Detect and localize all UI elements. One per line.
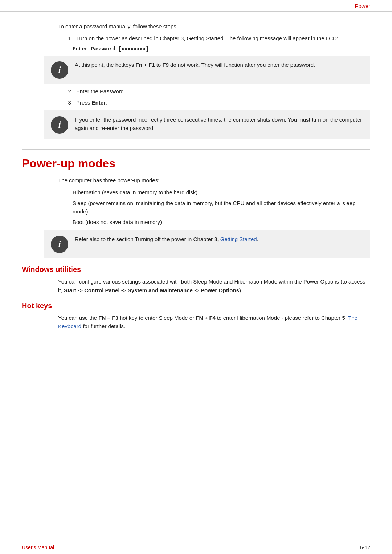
steps-2-3: 2. Enter the Password. 3. Press Enter. (65, 87, 370, 107)
subsection-heading-windows: Windows utilities (22, 265, 370, 274)
step-1-num: 1. (65, 34, 73, 43)
page-footer: User's Manual 6-12 (0, 541, 392, 554)
main-content: To enter a password manually, follow the… (0, 12, 392, 330)
note-box-3: i Refer also to the section Turning off … (44, 230, 370, 258)
note-box-1: i At this point, the hotkeys Fn + F1 to … (44, 56, 370, 84)
intro-text: To enter a password manually, follow the… (58, 23, 370, 31)
note-1-text: At this point, the hotkeys Fn + F1 to F9… (75, 61, 363, 69)
step-2-text: Enter the Password. (76, 87, 125, 96)
step-1-text: Turn on the power as described in Chapte… (76, 34, 338, 43)
header-title: Power (355, 3, 370, 9)
info-icon-2: i (51, 116, 68, 134)
note-box-2: i If you enter the password incorrectly … (44, 110, 370, 139)
step-3-text: Press Enter. (76, 99, 107, 107)
windows-utilities-para: You can configure various settings assoc… (58, 277, 370, 294)
note-2-text: If you enter the password incorrectly th… (75, 115, 363, 133)
note-3-text: Refer also to the section Turning off th… (75, 235, 363, 243)
bullet-2: Sleep (power remains on, maintaining the… (73, 199, 370, 216)
step-2-num: 2. (65, 87, 73, 96)
step-3-num: 3. (65, 99, 73, 107)
info-icon-1: i (51, 61, 68, 79)
step-2: 2. Enter the Password. (65, 87, 370, 96)
power-intro: The computer has three power-up modes: (58, 176, 370, 184)
page: Power To enter a password manually, foll… (0, 0, 392, 554)
subsection-heading-hotkeys: Hot keys (22, 302, 370, 310)
info-icon-3: i (51, 236, 68, 253)
code-block: Enter Password [xxxxxxxx] (73, 46, 370, 52)
section-heading-power: Power-up modes (22, 149, 370, 170)
hot-keys-para: You can use the FN + F3 hot key to enter… (58, 314, 370, 331)
bullet-3: Boot (does not save data in memory) (73, 218, 370, 226)
steps-list: 1. Turn on the power as described in Cha… (65, 34, 370, 43)
step-1: 1. Turn on the power as described in Cha… (65, 34, 370, 43)
bullet-1: Hibernation (saves data in memory to the… (73, 188, 370, 196)
footer-right: 6-12 (360, 545, 370, 550)
step-3: 3. Press Enter. (65, 99, 370, 107)
page-header: Power (0, 0, 392, 12)
footer-left: User's Manual (22, 545, 54, 550)
getting-started-link[interactable]: Getting Started (220, 236, 257, 242)
